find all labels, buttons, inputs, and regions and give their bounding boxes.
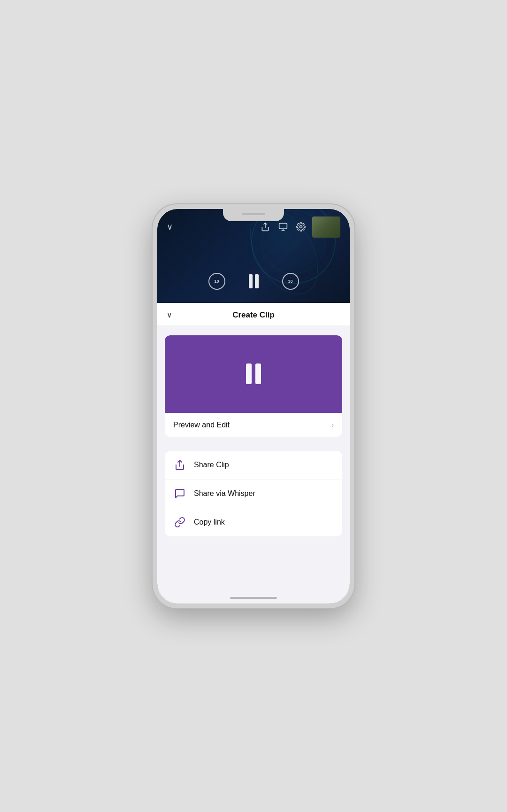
pause-button[interactable] [249,274,259,288]
share-whisper-item[interactable]: Share via Whisper [165,479,342,508]
sheet-collapse-button[interactable]: ∨ [167,310,172,319]
skip-back-label: 10 [214,279,219,284]
gap-area [157,437,350,451]
speaker [242,213,265,215]
preview-edit-row[interactable]: Preview and Edit › [165,413,342,437]
pip-thumbnail[interactable] [312,217,340,238]
video-player: ∨ [157,209,350,303]
copy-link-item[interactable]: Copy link [165,508,342,536]
share-clip-icon [173,458,186,472]
skip-back-circle: 10 [208,273,225,290]
clip-icon[interactable] [277,220,290,233]
clip-pause-icon [246,363,261,384]
clip-preview-card: Preview and Edit › [165,335,342,437]
screen: ∨ [157,209,350,603]
sheet-header: ∨ Create Clip [157,303,350,326]
home-indicator [230,597,277,599]
skip-forward-circle: 30 [282,273,299,290]
skip-forward-button[interactable]: 30 [282,273,299,290]
clip-video-area [165,335,342,413]
clip-pause-bar-left [246,363,252,384]
notch [223,209,284,221]
thumb-image [312,217,340,238]
pause-bar-left [249,274,253,288]
pause-bar-right [255,274,259,288]
whisper-icon [173,487,186,500]
clip-pause-bar-right [255,363,261,384]
sheet-body: Preview and Edit › [157,326,350,603]
svg-point-4 [300,226,302,228]
share-clip-label: Share Clip [194,461,229,469]
settings-icon[interactable] [294,220,307,233]
share-video-icon[interactable] [259,220,272,233]
actions-list: Share Clip Share via Whisper [165,451,342,536]
share-whisper-label: Share via Whisper [194,489,255,498]
bottom-sheet: ∨ Create Clip Preview and Edit › [157,303,350,603]
phone-frame: ∨ [153,204,354,608]
skip-back-button[interactable]: 10 [208,273,225,290]
copy-link-label: Copy link [194,518,225,526]
skip-forward-label: 30 [288,279,292,284]
share-clip-item[interactable]: Share Clip [165,451,342,479]
preview-edit-chevron-icon: › [331,421,334,429]
collapse-video-icon[interactable]: ∨ [167,223,173,231]
sheet-title: Create Clip [232,310,275,320]
preview-edit-label: Preview and Edit [173,421,230,429]
copy-link-icon [173,516,186,529]
svg-rect-1 [279,224,287,229]
playback-controls: 10 30 [157,273,350,290]
